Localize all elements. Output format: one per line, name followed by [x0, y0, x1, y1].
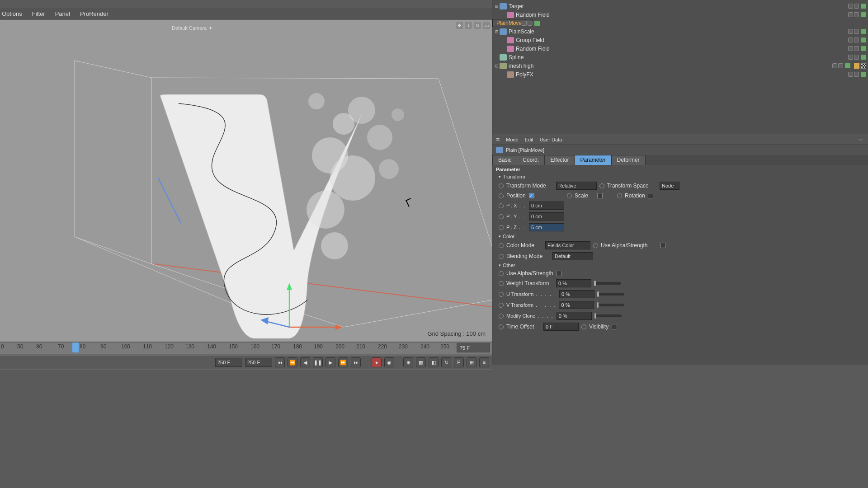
time-offset-field[interactable]: 0 F [543, 323, 579, 331]
visibility-toggle[interactable] [861, 55, 866, 60]
object-row-random-field[interactable]: Random Field [492, 44, 868, 53]
layer-dot[interactable] [838, 63, 843, 68]
range-start-field[interactable]: 250 F [215, 358, 242, 367]
anim-dot[interactable] [499, 214, 504, 219]
attr-edit-menu[interactable]: Edit [525, 137, 533, 142]
transform-space-select[interactable]: Node [660, 182, 679, 190]
anim-dot[interactable] [499, 271, 504, 276]
visibility-toggle[interactable] [861, 4, 866, 9]
layer-dot[interactable] [848, 38, 853, 42]
menu-panel[interactable]: Panel [55, 10, 70, 17]
menu-filter[interactable]: Filter [32, 10, 45, 17]
anim-dot[interactable] [499, 225, 504, 230]
menu-prorender[interactable]: ProRender [80, 10, 108, 17]
layer-dot[interactable] [854, 4, 859, 9]
key-pla-button[interactable]: P [454, 357, 464, 367]
layer-dot[interactable] [854, 46, 859, 51]
menu-options[interactable]: Options [2, 10, 22, 17]
layer-dot[interactable] [848, 29, 853, 34]
color-mode-select[interactable]: Fields Color [545, 241, 590, 249]
expand-icon[interactable]: ⊟ [494, 4, 500, 9]
vp-icon-2[interactable]: ⤓ [465, 22, 472, 29]
tab-deformer[interactable]: Deformer [611, 155, 646, 165]
group-other[interactable]: Other [492, 262, 868, 269]
anim-dot[interactable] [499, 303, 504, 308]
visibility-toggle[interactable] [861, 29, 866, 34]
play-back-button[interactable]: ◀ [300, 357, 310, 367]
visibility-toggle[interactable] [861, 46, 866, 51]
layer-dot[interactable] [848, 46, 853, 51]
layer-dot[interactable] [854, 12, 859, 17]
visibility-toggle[interactable] [861, 38, 866, 42]
layer-dot[interactable] [848, 12, 853, 17]
anim-dot[interactable] [499, 254, 504, 259]
anim-dot[interactable] [499, 193, 504, 198]
rotation-checkbox[interactable] [648, 193, 653, 198]
visibility-toggle[interactable] [534, 21, 540, 26]
expand-icon[interactable]: ⊟ [494, 29, 500, 34]
expand-icon[interactable]: ⊟ [494, 64, 500, 68]
layer-dot[interactable] [832, 63, 837, 68]
group-transform[interactable]: Transform [492, 173, 868, 180]
pz-field[interactable]: 5 cm [529, 223, 564, 231]
layer-dot[interactable] [854, 72, 859, 77]
key-scale-button[interactable]: ▦ [416, 357, 426, 367]
key-param-button[interactable]: ↻ [441, 357, 451, 367]
weight-transform-field[interactable]: 0 % [556, 279, 591, 287]
object-tree[interactable]: ⊟TargetRandom FieldPlainMove⊟PlainScaleG… [492, 0, 868, 80]
layer-dot[interactable] [848, 55, 853, 60]
visibility-toggle[interactable] [861, 72, 866, 77]
next-key-button[interactable]: ⏩ [338, 357, 348, 367]
v-transform-field[interactable]: 0 % [559, 301, 594, 309]
use-alpha2-checkbox[interactable] [556, 271, 561, 276]
anim-dot[interactable] [499, 183, 504, 188]
object-row-plainmove[interactable]: PlainMove [492, 19, 533, 27]
range-end-field[interactable]: 250 F [245, 358, 272, 367]
attr-menu-icon[interactable]: ≡ [496, 136, 500, 143]
anim-dot[interactable] [599, 183, 604, 188]
pause-button[interactable]: ❚❚ [313, 357, 323, 367]
transform-mode-select[interactable]: Relative [556, 182, 597, 190]
vp-icon-1[interactable]: ✥ [456, 22, 463, 29]
anim-dot[interactable] [499, 203, 504, 208]
blending-mode-select[interactable]: Default [552, 252, 593, 260]
attr-userdata-menu[interactable]: User Data [540, 137, 562, 142]
px-field[interactable]: 0 cm [529, 202, 564, 210]
autokey-button[interactable]: ◉ [384, 357, 394, 367]
object-row-plainscale[interactable]: ⊟PlainScale [492, 27, 868, 36]
prev-key-button[interactable]: ⏪ [288, 357, 297, 367]
vp-icon-3[interactable]: ↻ [474, 22, 481, 29]
layer-dot[interactable] [854, 29, 859, 34]
object-row-polyfx[interactable]: PolyFX [492, 70, 868, 79]
visibility-toggle[interactable] [845, 63, 850, 68]
anim-dot[interactable] [581, 324, 586, 329]
tag-chk[interactable] [861, 63, 866, 69]
group-color[interactable]: Color [492, 233, 868, 240]
anim-dot[interactable] [499, 281, 504, 286]
layer-dot[interactable] [854, 55, 859, 60]
object-row-random-field[interactable]: Random Field [492, 10, 868, 19]
anim-dot[interactable] [499, 314, 504, 319]
play-button[interactable]: ▶ [326, 357, 335, 367]
anim-dot[interactable] [617, 193, 622, 198]
u-transform-field[interactable]: 0 % [559, 290, 594, 298]
py-field[interactable]: 0 cm [529, 212, 564, 221]
key-opt-button[interactable]: ≡ [479, 357, 489, 367]
layer-dot[interactable] [522, 21, 527, 26]
anim-dot[interactable] [499, 292, 504, 297]
v-transform-slider[interactable] [597, 304, 624, 306]
layer-dot[interactable] [528, 21, 533, 26]
timeline-ruler[interactable]: 0 50 80 70 80 90 100 110 120 130 140 150… [0, 343, 492, 354]
use-alpha-checkbox[interactable] [660, 243, 666, 248]
u-transform-slider[interactable] [597, 293, 624, 296]
tab-parameter[interactable]: Parameter [575, 155, 612, 165]
position-checkbox[interactable] [529, 193, 534, 198]
anim-dot[interactable] [567, 193, 572, 198]
weight-transform-slider[interactable] [594, 282, 621, 285]
record-key-button[interactable]: ● [372, 357, 382, 367]
visibility-toggle[interactable] [861, 12, 866, 17]
anim-dot[interactable] [499, 243, 504, 248]
current-frame-field[interactable]: 75 F [457, 343, 490, 352]
scale-checkbox[interactable] [597, 193, 603, 198]
object-row-group-field[interactable]: Group Field [492, 36, 868, 44]
